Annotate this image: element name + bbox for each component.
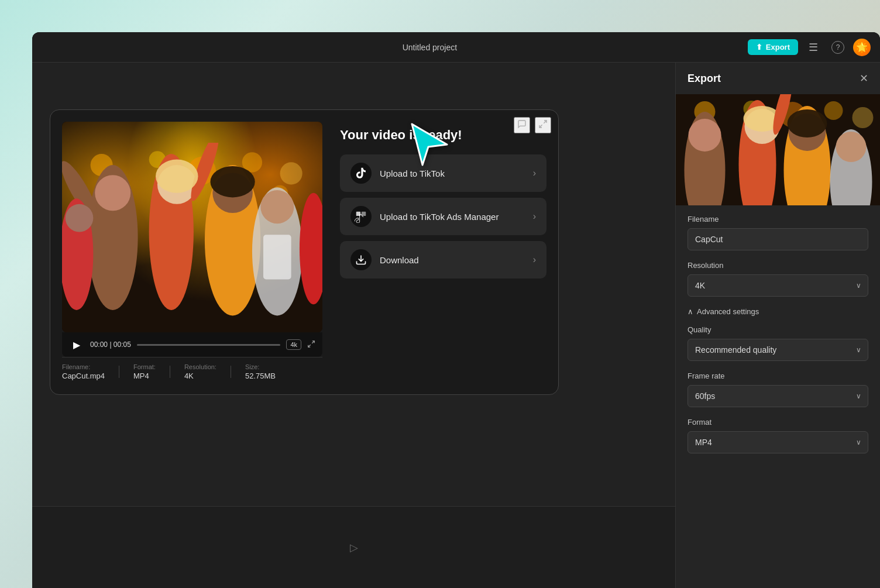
download-btn-label: Download — [380, 255, 419, 265]
format-select[interactable]: MP4 — [688, 431, 868, 453]
tiktok-ads-btn-label: Upload to TikTok Ads Manager — [380, 212, 499, 222]
export-thumb-bg — [676, 94, 880, 205]
project-title: Untitled project — [403, 43, 457, 52]
svg-point-37 — [852, 107, 874, 128]
video-thumbnail — [62, 122, 322, 332]
format-select-wrapper: MP4 ∨ — [688, 431, 868, 453]
video-controls: ▶ 00:00 | 00:05 4k — [62, 332, 322, 357]
app-window: Untitled project ⬆ Export ☰ ? 🌟 — [32, 32, 880, 588]
file-info-size: Size: 52.75MB — [245, 363, 276, 380]
export-panel-body: Filename Resolution 4K ∨ ∧ Ad — [676, 205, 880, 473]
export-upload-icon: ⬆ — [756, 43, 762, 51]
divider-1 — [119, 366, 119, 378]
advanced-settings-label: Advanced settings — [697, 307, 759, 316]
fullscreen-icon — [307, 340, 315, 350]
expand-icon-btn[interactable] — [535, 117, 551, 133]
export-panel: Export ✕ — [675, 63, 880, 588]
filename-input[interactable] — [688, 228, 868, 250]
modal-body: ▶ 00:00 | 00:05 4k — [50, 110, 558, 394]
quality-group: Quality Recommended quality ∨ — [688, 325, 868, 361]
quality-label: Quality — [688, 325, 868, 334]
svg-line-26 — [312, 341, 314, 343]
tiktok-icon — [355, 167, 367, 180]
avatar[interactable]: 🌟 — [853, 39, 871, 56]
quality-badge: 4k — [286, 339, 301, 350]
quality-select[interactable]: Recommended quality — [688, 339, 868, 361]
framerate-select-wrapper: 60fps ∨ — [688, 385, 868, 407]
file-info-resolution: Resolution: 4K — [184, 363, 216, 380]
tiktok-ads-arrow-icon: › — [533, 211, 536, 222]
svg-point-24 — [66, 204, 94, 232]
progress-bar[interactable] — [137, 344, 281, 346]
export-panel-header: Export ✕ — [676, 63, 880, 94]
upload-tiktok-ads-button[interactable]: Upload to TikTok Ads Manager › — [340, 198, 546, 235]
export-button[interactable]: ⬆ Export — [748, 39, 798, 55]
filename-label: Filename — [688, 215, 868, 223]
avatar-icon: 🌟 — [856, 42, 868, 53]
quality-select-wrapper: Recommended quality ∨ — [688, 339, 868, 361]
download-icon-container — [350, 249, 372, 270]
format-group: Format MP4 ∨ — [688, 418, 868, 453]
action-panel: Your video is ready! Upload to TikTok › — [340, 122, 546, 284]
svg-rect-29 — [362, 212, 366, 216]
tiktok-arrow-icon: › — [533, 168, 536, 178]
svg-point-11 — [95, 175, 130, 211]
download-icon — [355, 254, 367, 266]
framerate-select[interactable]: 60fps — [688, 385, 868, 407]
export-panel-title: Export — [688, 73, 721, 85]
people-svg — [62, 143, 322, 332]
time-display: 00:00 | 00:05 — [90, 341, 131, 349]
framerate-label: Frame rate — [688, 372, 868, 380]
file-info: Filename: CapCut.mp4 Format: MP4 Resolut… — [62, 357, 322, 383]
svg-line-1 — [539, 125, 542, 128]
svg-point-6 — [280, 162, 302, 184]
svg-point-45 — [788, 109, 827, 137]
tiktok-icon-container — [350, 163, 372, 184]
download-button[interactable]: Download › — [340, 241, 546, 278]
video-ready-modal: ▶ 00:00 | 00:05 4k — [50, 109, 559, 395]
svg-point-19 — [210, 166, 255, 197]
main-content: ▶ 00:00 | 00:05 4k — [32, 63, 675, 588]
svg-point-39 — [689, 119, 721, 152]
svg-line-27 — [308, 345, 311, 347]
comment-icon — [517, 119, 527, 131]
timeline-area: ▷ — [32, 506, 675, 588]
help-icon: ? — [831, 41, 844, 54]
advanced-settings-toggle[interactable]: ∧ Advanced settings — [688, 307, 759, 316]
divider-3 — [231, 366, 231, 378]
format-label: Format — [688, 418, 868, 427]
upload-tiktok-button[interactable]: Upload to TikTok › — [340, 154, 546, 192]
close-icon: ✕ — [860, 73, 868, 84]
top-bar: Untitled project ⬆ Export ☰ ? 🌟 — [32, 32, 880, 63]
modal-header-icons — [514, 117, 551, 133]
resolution-label: Resolution — [688, 261, 868, 270]
svg-point-36 — [824, 101, 843, 120]
comment-icon-btn[interactable] — [514, 117, 530, 133]
tiktok-btn-label: Upload to TikTok — [380, 169, 445, 178]
app-body: ▶ 00:00 | 00:05 4k — [32, 63, 880, 588]
tiktok-ads-icon-container — [350, 206, 372, 227]
play-button[interactable]: ▶ — [69, 337, 84, 352]
help-button[interactable]: ? — [829, 38, 847, 57]
video-preview: ▶ 00:00 | 00:05 4k — [62, 122, 322, 383]
top-bar-actions: ⬆ Export ☰ ? 🌟 — [748, 38, 871, 57]
export-thumb-svg — [676, 94, 880, 205]
close-panel-button[interactable]: ✕ — [860, 72, 868, 85]
export-thumbnail — [676, 94, 880, 205]
file-info-filename: Filename: CapCut.mp4 — [62, 363, 105, 380]
chevron-up-icon: ∧ — [688, 307, 693, 316]
timeline-play-icon: ▷ — [350, 541, 358, 554]
expand-icon — [538, 119, 548, 131]
resolution-select[interactable]: 4K — [688, 274, 868, 297]
download-arrow-icon: › — [533, 255, 536, 265]
concert-photo — [62, 122, 322, 332]
fullscreen-button[interactable] — [307, 340, 315, 350]
layers-icon: ☰ — [809, 41, 818, 54]
svg-point-16 — [156, 160, 198, 193]
framerate-group: Frame rate 60fps ∨ — [688, 372, 868, 407]
svg-rect-22 — [263, 235, 291, 279]
play-icon: ▶ — [73, 339, 80, 350]
layers-button[interactable]: ☰ — [804, 38, 823, 57]
divider-2 — [170, 366, 170, 378]
file-info-format: Format: MP4 — [133, 363, 156, 380]
